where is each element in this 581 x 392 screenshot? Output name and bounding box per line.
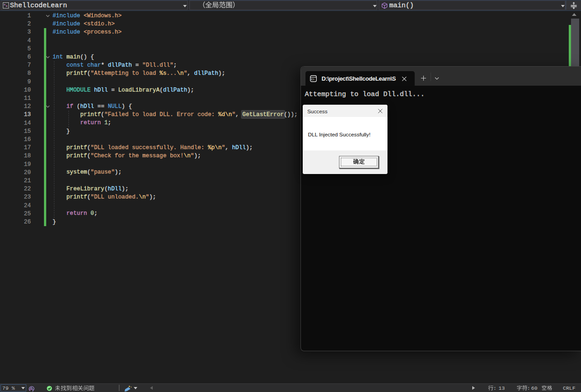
svg-text:C:\: C:\	[311, 78, 314, 81]
svg-text:+: +	[6, 4, 8, 8]
